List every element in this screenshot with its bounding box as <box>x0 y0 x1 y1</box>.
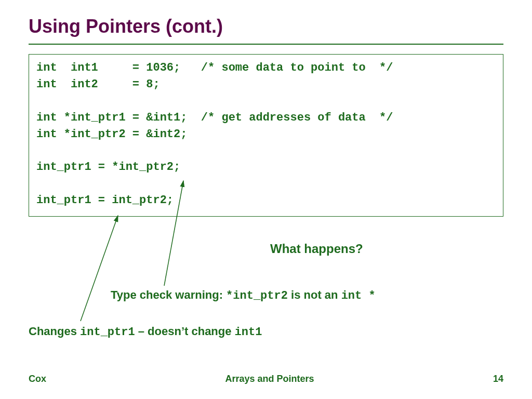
footer-topic: Arrays and Pointers <box>225 374 314 384</box>
changes-prefix: Changes <box>29 325 80 338</box>
code-line: int *int_ptr1 = &int1; /* get addresses … <box>36 111 393 124</box>
slide: Using Pointers (cont.) int int1 = 1036; … <box>0 0 532 399</box>
arrow-to-assign <box>81 216 118 321</box>
changes-text: Changes int_ptr1 – doesn’t change int1 <box>29 325 262 339</box>
code-line: int int1 = 1036; /* some data to point t… <box>36 61 393 74</box>
type-check-warning: Type check warning: *int_ptr2 is not an … <box>111 288 376 302</box>
divider <box>29 44 503 45</box>
changes-code1: int_ptr1 <box>80 326 135 339</box>
code-line: int int2 = 8; <box>36 78 160 91</box>
warning-code2: int * <box>341 289 376 302</box>
warning-prefix: Type check warning: <box>111 288 226 301</box>
changes-code2: int1 <box>235 326 262 339</box>
code-line: int_ptr1 = *int_ptr2; <box>36 161 180 174</box>
code-line: int_ptr1 = int_ptr2; <box>36 194 174 207</box>
code-block: int int1 = 1036; /* some data to point t… <box>29 54 503 217</box>
question-text: What happens? <box>270 242 363 256</box>
code-line: int *int_ptr2 = &int2; <box>36 128 187 141</box>
warning-code1: *int_ptr2 <box>226 289 288 302</box>
changes-mid: – doesn’t change <box>135 325 235 338</box>
footer-page: 14 <box>493 374 503 384</box>
warning-mid: is not an <box>288 288 341 301</box>
footer: Cox Arrays and Pointers 14 <box>29 374 503 384</box>
slide-title: Using Pointers (cont.) <box>29 16 503 37</box>
footer-author: Cox <box>29 374 46 384</box>
